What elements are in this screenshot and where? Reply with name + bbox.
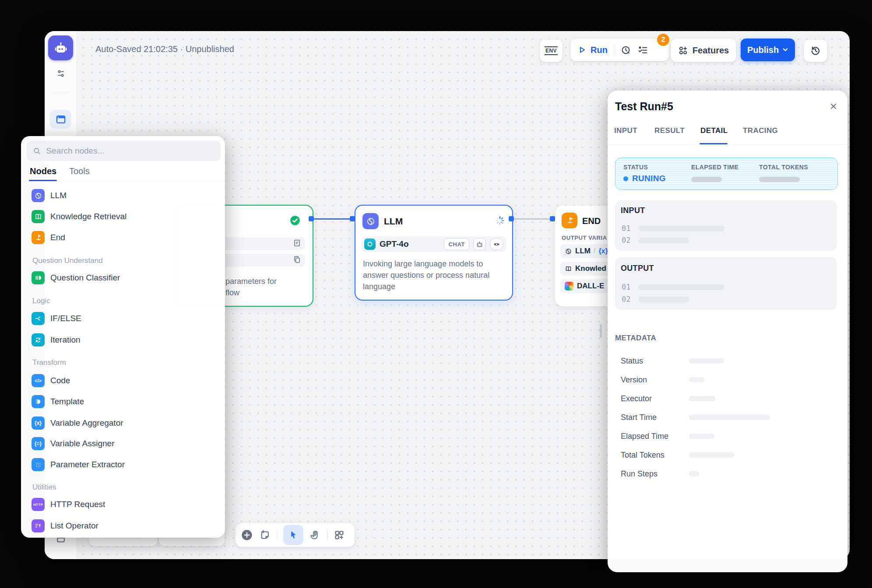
eye-badge-icon[interactable] <box>490 238 503 250</box>
run-button[interactable]: Run <box>578 45 608 55</box>
llm-icon <box>32 189 45 202</box>
edge-start-to-llm <box>314 218 352 220</box>
end-node-input-port[interactable] <box>550 216 555 221</box>
knowledge-retrieval-icon <box>32 210 45 223</box>
start-node-output-port[interactable] <box>309 216 314 221</box>
meta-run-steps-placeholder <box>689 471 699 476</box>
features-icon <box>678 46 688 56</box>
meta-start-time-placeholder <box>689 415 770 420</box>
search-input[interactable] <box>45 146 214 156</box>
workflow-app: Auto-Saved 21:02:35 · Unpublished parame… <box>0 0 872 588</box>
template-icon <box>32 395 45 408</box>
panel-hairline <box>608 144 847 145</box>
section-transform: Transform <box>32 358 66 367</box>
search-icon <box>33 147 41 155</box>
close-icon <box>829 102 838 111</box>
section-question-understand: Question Understand <box>32 256 103 265</box>
toolbar-divider <box>327 529 327 541</box>
panel-resize-handle[interactable] <box>600 324 602 338</box>
sidebar-divider <box>52 92 70 92</box>
checklist-button[interactable] <box>637 45 648 56</box>
meta-elapsed-time-label: Elapsed Time <box>621 432 668 441</box>
panel-hairline <box>21 181 225 182</box>
node-item-end[interactable]: End <box>32 227 215 248</box>
variable-aggregator-icon: {x} <box>32 416 45 430</box>
llm-node-title: LLM <box>384 216 403 227</box>
input-row-number: 01 <box>622 224 630 233</box>
tab-detail[interactable]: DETAIL <box>700 126 728 135</box>
env-icon: ENV <box>545 46 558 55</box>
features-button[interactable]: Features <box>671 38 736 62</box>
tab-nodes[interactable]: Nodes <box>30 166 56 176</box>
llm-node-description: Invoking large language models to answer… <box>363 258 506 292</box>
parameter-extractor-icon <box>32 458 45 471</box>
header-divider <box>614 44 614 56</box>
meta-total-tokens-label: Total Tokens <box>621 451 665 460</box>
publish-button[interactable]: Publish <box>741 38 795 61</box>
search-box[interactable] <box>27 141 221 161</box>
node-item-parameter-extractor[interactable]: Parameter Extractor <box>32 454 215 475</box>
tab-input[interactable]: INPUT <box>614 126 637 135</box>
canvas-toolbar <box>236 523 355 547</box>
node-item-question-classifier[interactable]: Question Classifier <box>32 267 215 288</box>
openai-logo-icon <box>364 238 376 250</box>
meta-executor-label: Executor <box>621 394 652 403</box>
tab-result[interactable]: RESULT <box>654 126 685 135</box>
document-icon <box>293 239 301 249</box>
window-icon <box>55 114 67 125</box>
metadata-title: METADATA <box>615 334 656 343</box>
status-value: RUNING <box>623 174 666 183</box>
node-item-variable-assigner[interactable]: {=} Variable Assigner <box>32 433 215 454</box>
input-title: INPUT <box>621 206 645 215</box>
status-card: STATUS RUNING ELAPSED TIME TOTAL TOKENS <box>615 158 838 190</box>
llm-node[interactable]: LLM GPT-4o CHAT <box>355 205 513 301</box>
meta-total-tokens-placeholder <box>689 452 734 458</box>
code-icon: </> <box>32 374 45 387</box>
llm-node-icon <box>362 213 379 229</box>
meta-status-placeholder <box>689 358 724 364</box>
tab-tools[interactable]: Tools <box>69 166 90 176</box>
node-item-knowledge-retrieval[interactable]: Knowledge Retrieval <box>32 206 215 227</box>
meta-start-time-label: Start Time <box>621 413 657 422</box>
copy-icon <box>293 256 301 266</box>
add-node-button[interactable] <box>241 529 253 541</box>
pointer-mode-button[interactable] <box>283 525 303 545</box>
node-item-list-operator[interactable]: List Operator <box>32 515 215 536</box>
node-search-panel: Nodes Tools LLM Knowledge Retrieval End … <box>21 136 225 538</box>
dalle-icon <box>565 282 573 290</box>
total-tokens-placeholder <box>759 177 800 182</box>
success-check-icon <box>290 215 300 228</box>
organize-nodes-button[interactable] <box>334 529 345 541</box>
app-logo[interactable] <box>48 35 73 60</box>
tab-tracing[interactable]: TRACING <box>743 126 778 135</box>
llm-node-output-port[interactable] <box>509 216 514 221</box>
node-item-http-request[interactable]: HTTP HTTP Request <box>32 494 215 515</box>
input-row-placeholder <box>639 238 689 243</box>
node-item-if-else[interactable]: IF/ELSE <box>32 308 215 329</box>
test-run-panel: Test Run#5 INPUT RESULT DETAIL TRACING S… <box>608 91 847 572</box>
env-button[interactable]: ENV <box>540 39 563 62</box>
node-item-variable-aggregator[interactable]: {x} Variable Aggregator <box>32 413 215 434</box>
workflow-panel-button[interactable] <box>50 110 71 129</box>
input-card: INPUT 01 02 <box>615 200 837 251</box>
status-label: STATUS <box>623 164 648 171</box>
end-icon <box>32 231 45 244</box>
question-classifier-icon <box>32 271 45 284</box>
add-note-button[interactable] <box>259 529 271 541</box>
start-node-description: parameters for flow <box>225 276 277 298</box>
toolbar-divider <box>277 529 277 541</box>
close-button[interactable] <box>829 102 838 112</box>
hand-mode-button[interactable] <box>309 529 321 541</box>
node-item-template[interactable]: Template <box>32 391 215 412</box>
output-variables-label: OUTPUT VARIA <box>562 234 607 241</box>
meta-executor-placeholder <box>689 396 715 401</box>
run-history-button[interactable] <box>620 45 631 56</box>
llm-model-row[interactable]: GPT-4o CHAT <box>362 236 506 252</box>
meta-version-placeholder <box>689 377 704 382</box>
node-item-llm[interactable]: LLM <box>32 185 215 206</box>
preferences-button[interactable] <box>55 68 67 79</box>
node-item-code[interactable]: </> Code <box>32 370 215 391</box>
robot-icon <box>53 41 68 56</box>
node-item-iteration[interactable]: Iteration <box>32 329 215 350</box>
version-history-button[interactable] <box>804 39 827 62</box>
